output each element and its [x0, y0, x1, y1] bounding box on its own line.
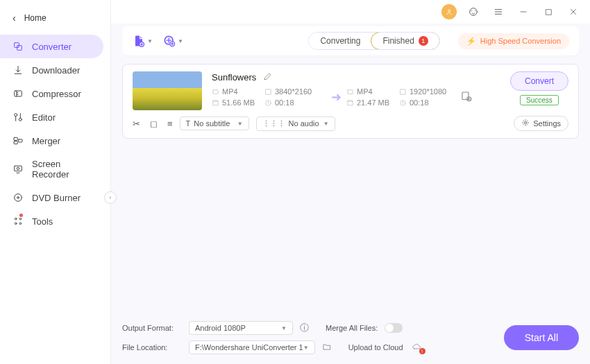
warning-badge-icon: ! — [419, 348, 425, 354]
svg-rect-5 — [14, 137, 17, 140]
compressor-icon — [12, 88, 24, 99]
svg-rect-2 — [15, 91, 22, 96]
convert-button[interactable]: Convert — [510, 71, 568, 91]
merger-icon — [12, 135, 24, 146]
sidebar-item-label: Screen Recorder — [32, 159, 91, 180]
sidebar-item-compressor[interactable]: Compressor — [0, 82, 103, 105]
dst-resolution: 1920*1080 — [399, 87, 460, 96]
dst-size: 21.47 MB — [346, 98, 399, 107]
output-format-select[interactable]: Android 1080P ▼ — [189, 321, 293, 335]
tab-label: Converting — [320, 36, 360, 46]
sidebar-item-label: Converter — [32, 42, 71, 52]
audio-select[interactable]: ⋮⋮⋮No audio ▼ — [256, 116, 335, 131]
svg-point-3 — [15, 114, 17, 116]
tab-finished[interactable]: Finished 1 — [371, 32, 439, 50]
avatar-icon[interactable] — [441, 4, 457, 19]
home-label: Home — [24, 13, 47, 23]
status-tabs: Converting Finished 1 — [308, 32, 439, 50]
dst-duration: 00:18 — [399, 98, 460, 107]
sidebar-item-label: DVD Burner — [32, 193, 81, 203]
sidebar-item-dvd-burner[interactable]: DVD Burner — [0, 186, 103, 209]
support-icon[interactable] — [465, 3, 482, 20]
src-size: 51.66 MB — [212, 98, 264, 107]
file-card: Sunflowers MP4 3840*2160 ➜ MP4 1920*1080… — [122, 64, 579, 139]
minimize-button[interactable] — [515, 3, 532, 20]
chevron-down-icon: ▼ — [281, 325, 287, 331]
svg-point-9 — [17, 167, 19, 169]
converter-icon — [12, 41, 24, 52]
tab-converting[interactable]: Converting — [309, 33, 371, 49]
file-location-label: File Location: — [122, 343, 182, 352]
video-thumbnail[interactable] — [133, 71, 202, 110]
svg-rect-18 — [546, 9, 551, 15]
svg-point-13 — [19, 218, 22, 220]
sidebar-item-downloader[interactable]: Downloader — [0, 58, 103, 82]
close-button[interactable] — [565, 3, 582, 20]
merge-label: Merge All Files: — [326, 324, 378, 332]
chevron-down-icon: ▼ — [178, 38, 183, 44]
svg-point-30 — [525, 122, 527, 124]
svg-rect-25 — [401, 89, 405, 94]
editor-icon — [12, 112, 24, 123]
src-duration: 00:18 — [264, 98, 326, 107]
high-speed-button[interactable]: ⚡ High Speed Conversion — [458, 33, 569, 49]
merge-toggle[interactable] — [385, 323, 403, 333]
edit-title-icon[interactable] — [263, 71, 273, 83]
titlebar — [111, 0, 590, 24]
maximize-button[interactable] — [540, 3, 557, 20]
src-format: MP4 — [212, 87, 264, 96]
audio-icon: ⋮⋮⋮ — [262, 119, 285, 128]
edit-tools: ✂ ◻ ≡ — [133, 119, 173, 129]
svg-point-15 — [19, 223, 22, 225]
settings-label: Settings — [533, 119, 561, 128]
output-settings-icon[interactable] — [460, 90, 488, 104]
sidebar-item-label: Tools — [32, 216, 53, 227]
bolt-icon: ⚡ — [466, 37, 476, 46]
file-title: Sunflowers — [212, 72, 256, 83]
trim-icon[interactable]: ✂ — [133, 119, 140, 129]
svg-point-10 — [15, 194, 22, 202]
subtitle-select[interactable]: TNo subtitle ▼ — [180, 116, 249, 130]
add-folder-button[interactable]: ▼ — [162, 34, 183, 48]
svg-rect-8 — [15, 166, 22, 171]
arrow-convert-icon: ➜ — [326, 89, 346, 105]
sidebar-item-screen-recorder[interactable]: Screen Recorder — [0, 153, 103, 186]
open-folder-icon[interactable] — [322, 342, 332, 354]
sidebar-item-label: Merger — [32, 136, 60, 146]
chevron-down-icon: ▼ — [147, 38, 153, 44]
home-nav[interactable]: ‹ Home — [0, 6, 110, 31]
finished-count-badge: 1 — [419, 36, 428, 46]
bottom-bar: Output Format: Android 1080P ▼ ⓘ Merge A… — [111, 314, 590, 364]
recorder-icon — [12, 164, 24, 175]
chevron-down-icon: ▼ — [323, 121, 329, 127]
format-info-icon[interactable]: ⓘ — [300, 322, 309, 334]
sidebar-item-editor[interactable]: Editor — [0, 105, 103, 129]
downloader-icon — [12, 64, 24, 76]
sidebar-collapse-button[interactable]: ‹ — [104, 191, 117, 204]
effects-icon[interactable]: ≡ — [167, 119, 173, 129]
sidebar-item-merger[interactable]: Merger — [0, 129, 103, 153]
menu-icon[interactable] — [490, 3, 507, 20]
cloud-upload-icon[interactable]: ! — [410, 342, 423, 353]
sidebar-item-converter[interactable]: Converter — [0, 35, 103, 58]
file-location-select[interactable]: F:\Wondershare UniConverter 1 ▼ — [189, 340, 315, 354]
svg-point-17 — [470, 8, 478, 16]
chevron-down-icon: ▼ — [303, 345, 309, 351]
toolbar: ▼ ▼ Converting Finished 1 ⚡ High Speed C… — [122, 26, 579, 55]
sidebar-item-label: Downloader — [32, 65, 80, 76]
svg-rect-1 — [17, 46, 22, 51]
start-all-button[interactable]: Start All — [504, 325, 579, 350]
svg-rect-24 — [348, 89, 353, 94]
sidebar-item-tools[interactable]: Tools — [0, 209, 103, 233]
svg-rect-7 — [19, 139, 22, 142]
src-resolution: 3840*2160 — [264, 87, 326, 96]
main-area: ▼ ▼ Converting Finished 1 ⚡ High Speed C… — [111, 0, 590, 364]
add-file-button[interactable]: ▼ — [132, 34, 153, 48]
output-format-label: Output Format: — [122, 324, 182, 332]
card-settings-button[interactable]: Settings — [514, 116, 568, 131]
crop-icon[interactable]: ◻ — [150, 119, 158, 129]
svg-point-11 — [17, 197, 19, 199]
svg-point-4 — [19, 118, 22, 121]
subtitle-icon: T — [186, 119, 191, 128]
tab-label: Finished — [382, 36, 414, 46]
